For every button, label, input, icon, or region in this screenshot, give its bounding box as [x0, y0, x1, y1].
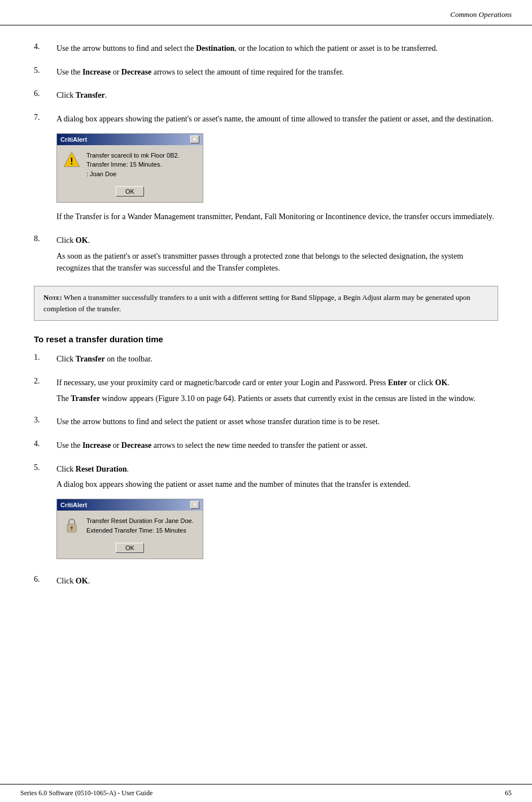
step-num: 5.: [34, 66, 56, 75]
list-item: 5. Use the Increase or Decrease arrows t…: [34, 66, 498, 82]
dialog-footer: OK: [57, 541, 203, 559]
step-content: A dialog box appears showing the patient…: [56, 113, 498, 226]
step-num: 7.: [34, 113, 56, 122]
dialog-body: ! Transfer scarecil to mk Floor 0B2. Tra…: [57, 145, 203, 185]
note-text: When a transmitter successfully transfer…: [43, 293, 470, 313]
page-header: Common Operations: [0, 0, 532, 25]
dialog-title: CritiAlert: [60, 502, 87, 508]
dialog-ok-button[interactable]: OK: [116, 186, 144, 197]
header-title: Common Operations: [450, 10, 512, 19]
step-num: 6.: [34, 575, 56, 584]
list-item: 6. Click Transfer.: [34, 89, 498, 105]
step-content: Use the Increase or Decrease arrows to s…: [56, 66, 498, 82]
step-content: Click Reset Duration. A dialog box appea…: [56, 463, 498, 567]
svg-point-3: [71, 526, 73, 529]
list-item: 3. Use the arrow buttons to find and sel…: [34, 416, 498, 431]
steps-list: 4. Use the arrow buttons to find and sel…: [34, 42, 498, 278]
dialog-line1: Transfer Reset Duration For Jane Doe.: [86, 516, 194, 526]
svg-text:!: !: [70, 156, 73, 166]
step7-note: If the Transfer is for a Wander Manageme…: [56, 211, 498, 223]
footer-right: 65: [505, 789, 512, 797]
step-content: Use the arrow buttons to find and select…: [56, 42, 498, 58]
step-content: Use the arrow buttons to find and select…: [56, 416, 498, 431]
dialog-titlebar: CritiAlert ×: [57, 499, 203, 511]
main-content: 4. Use the arrow buttons to find and sel…: [0, 25, 532, 633]
dialog-screenshot-2: CritiAlert × Tr: [56, 499, 203, 559]
dialog-screenshot-1: CritiAlert × ! Transfer scarecil to mk F…: [56, 133, 203, 203]
step-num: 2.: [34, 377, 56, 386]
dialog-line1: Transfer scarecil to mk Floor 0B2.: [86, 151, 180, 160]
list-item: 1. Click Transfer on the toolbar.: [34, 353, 498, 369]
reset-steps-list: 1. Click Transfer on the toolbar. 2. If …: [34, 353, 498, 591]
list-item: 4. Use the arrow buttons to find and sel…: [34, 42, 498, 58]
step-num: 3.: [34, 416, 56, 425]
step-num: 5.: [34, 463, 56, 472]
step-content: Click OK. As soon as the patient's or as…: [56, 234, 498, 278]
list-item: 6. Click OK.: [34, 575, 498, 591]
dialog-footer: OK: [57, 184, 203, 202]
lock-icon: [63, 516, 81, 534]
step-num: 6.: [34, 89, 56, 98]
section-heading: To reset a transfer duration time: [34, 334, 498, 344]
dialog-titlebar: CritiAlert ×: [57, 134, 203, 145]
list-item: 8. Click OK. As soon as the patient's or…: [34, 234, 498, 278]
dialog-line2: Extended Transfer Time: 15 Minutes: [86, 526, 194, 535]
dialog-text: Transfer Reset Duration For Jane Doe. Ex…: [86, 516, 194, 535]
dialog-line2: Transfer lmme: 15 Minutes.: [86, 160, 180, 169]
list-item: 4. Use the Increase or Decrease arrows t…: [34, 439, 498, 455]
step-num: 1.: [34, 353, 56, 362]
step-num: 8.: [34, 234, 56, 243]
note-label: Note:: [43, 293, 62, 302]
step-num: 4.: [34, 42, 56, 51]
step-content: Click OK.: [56, 575, 498, 591]
dialog-close-icon: ×: [190, 501, 199, 509]
list-item: 5. Click Reset Duration. A dialog box ap…: [34, 463, 498, 567]
page-footer: Series 6.0 Software (0510-1065-A) - User…: [0, 784, 532, 802]
footer-left: Series 6.0 Software (0510-1065-A) - User…: [20, 789, 152, 797]
step-num: 4.: [34, 439, 56, 448]
dialog-line3: : Joan Doe: [86, 169, 180, 179]
dialog-close-icon: ×: [190, 136, 199, 143]
dialog-ok-button-2[interactable]: OK: [116, 543, 144, 553]
note-box: Note: When a transmitter successfully tr…: [34, 286, 498, 321]
step-content: Click Transfer on the toolbar.: [56, 353, 498, 369]
step-content: Click Transfer.: [56, 89, 498, 105]
dialog-body: Transfer Reset Duration For Jane Doe. Ex…: [57, 511, 203, 541]
dialog-text: Transfer scarecil to mk Floor 0B2. Trans…: [86, 151, 180, 179]
step-content: Use the Increase or Decrease arrows to s…: [56, 439, 498, 455]
list-item: 7. A dialog box appears showing the pati…: [34, 113, 498, 226]
step-content: If necessary, use your proximity card or…: [56, 377, 498, 408]
warning-icon: !: [63, 151, 81, 169]
list-item: 2. If necessary, use your proximity card…: [34, 377, 498, 408]
dialog-title: CritiAlert: [60, 136, 87, 143]
